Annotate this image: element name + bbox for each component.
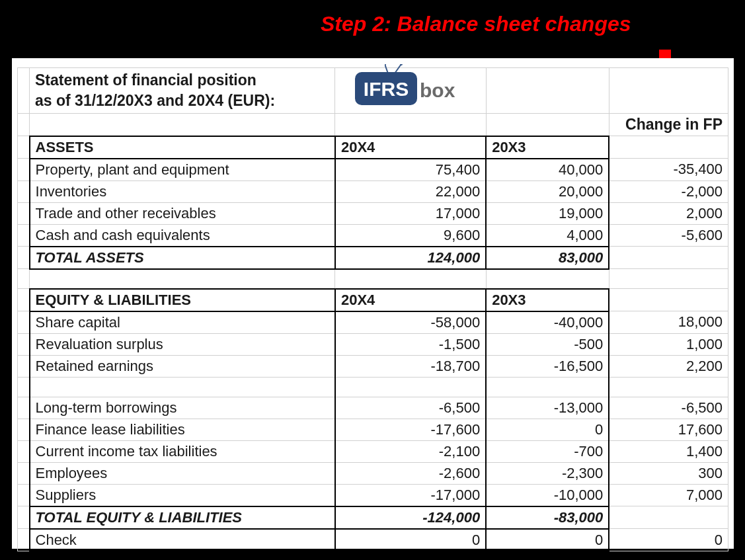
spreadsheet-area: Statement of financial position as of 31…: [12, 58, 734, 549]
step-title: Step 2: Balance sheet changes: [321, 12, 631, 36]
equity-liab-header-row: EQUITY & LIABILITIES 20X4 20X3: [18, 289, 728, 311]
table-row: Property, plant and equipment 75,400 40,…: [18, 159, 728, 181]
table-row: Finance lease liabilities -17,600 0 17,6…: [18, 419, 728, 440]
title-row: Statement of financial position as of 31…: [18, 68, 728, 114]
spacer-row: [18, 269, 728, 289]
total-assets-row: TOTAL ASSETS 124,000 83,000: [18, 247, 728, 269]
table-row: Employees -2,600 -2,300 300: [18, 462, 728, 484]
table-row: Current income tax liabilities -2,100 -7…: [18, 440, 728, 462]
change-header-row: Change in FP: [18, 114, 728, 136]
table-row: Cash and cash equivalents 9,600 4,000 -5…: [18, 224, 728, 247]
spacer-row: [18, 377, 728, 397]
table-row: Suppliers -17,000 -10,000 7,000: [18, 484, 728, 506]
year-20x3-header: 20X3: [486, 136, 609, 159]
equity-liab-header: EQUITY & LIABILITIES: [30, 289, 335, 311]
table-row: Trade and other receivables 17,000 19,00…: [18, 202, 728, 224]
table-row: Share capital -58,000 -40,000 18,000: [18, 311, 728, 334]
table-row: Inventories 22,000 20,000 -2,000: [18, 180, 728, 202]
table-row: Long-term borrowings -6,500 -13,000 -6,5…: [18, 397, 728, 419]
financial-position-table: Statement of financial position as of 31…: [17, 67, 728, 552]
svg-text:IFRS: IFRS: [364, 78, 409, 100]
check-row: Check 0 0 0: [18, 529, 728, 551]
year-20x4-header: 20X4: [335, 136, 486, 159]
assets-header-row: ASSETS 20X4 20X3: [18, 136, 728, 159]
assets-header: ASSETS: [30, 136, 335, 159]
svg-text:box: box: [420, 79, 455, 101]
table-row: Revaluation surplus -1,500 -500 1,000: [18, 333, 728, 355]
logo-cell: IFRS box: [335, 68, 486, 114]
change-header: Change in FP: [609, 114, 728, 136]
table-row: Retained earnings -18,700 -16,500 2,200: [18, 355, 728, 377]
total-equity-liab-row: TOTAL EQUITY & LIABILITIES -124,000 -83,…: [18, 506, 728, 529]
ifrsbox-logo: IFRS box: [355, 71, 461, 107]
svg-point-3: [385, 64, 386, 65]
statement-title: Statement of financial position as of 31…: [30, 68, 335, 114]
